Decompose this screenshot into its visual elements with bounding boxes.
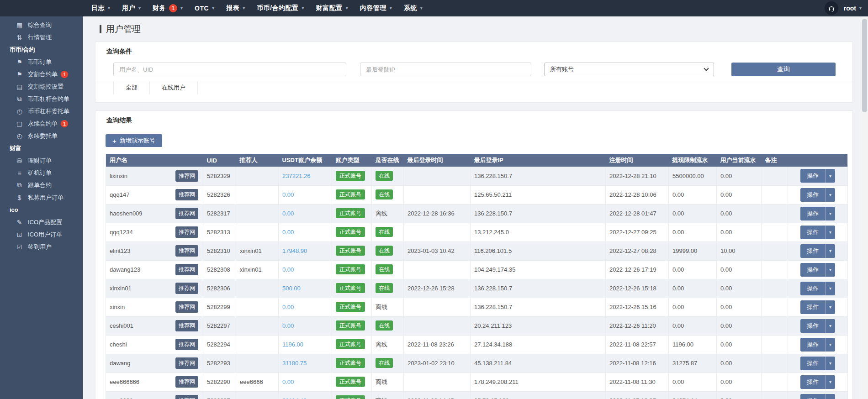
action-split-button[interactable]: 操作▾: [800, 300, 835, 314]
last-login-ip-input[interactable]: [360, 63, 531, 76]
caret-down-icon[interactable]: ▾: [825, 357, 835, 370]
top-menu-item-OTC[interactable]: OTC▾: [189, 0, 220, 16]
balance-link[interactable]: 17948.90: [282, 247, 307, 254]
sidebar-item-综合查询[interactable]: ▦综合查询: [0, 19, 83, 31]
balance-link[interactable]: 0.00: [282, 210, 294, 217]
page-scrollbar[interactable]: [861, 16, 868, 399]
caret-down-icon[interactable]: ▾: [825, 394, 835, 399]
action-button-label[interactable]: 操作: [800, 226, 825, 239]
action-button-label[interactable]: 操作: [800, 207, 825, 220]
sidebar-item-币币订单[interactable]: ⚑币币订单: [0, 56, 83, 68]
action-split-button[interactable]: 操作▾: [800, 207, 835, 220]
sidebar-item-ICO用户订单[interactable]: ⊡ICO用户订单: [0, 228, 83, 241]
caret-down-icon[interactable]: ▾: [825, 375, 835, 389]
username-uid-input[interactable]: [113, 63, 346, 76]
tab-全部[interactable]: 全部: [113, 81, 150, 94]
sidebar-item-跟单合约[interactable]: ⧉跟单合约: [0, 179, 83, 191]
action-button-label[interactable]: 操作: [800, 263, 825, 277]
action-button-label[interactable]: 操作: [800, 282, 825, 295]
sidebar-item-永续委托单[interactable]: ◴永续委托单: [0, 130, 83, 142]
sidebar-item-矿机订单[interactable]: ≡矿机订单: [0, 167, 83, 179]
action-split-button[interactable]: 操作▾: [800, 169, 835, 183]
top-menu-item-用户[interactable]: 用户▾: [116, 0, 147, 16]
add-demo-account-button[interactable]: + 新增演示账号: [106, 134, 162, 147]
referral-network-badge[interactable]: 推荐网: [175, 189, 198, 200]
balance-link[interactable]: 1196.00: [282, 341, 303, 348]
caret-down-icon[interactable]: ▾: [825, 300, 835, 314]
action-split-button[interactable]: 操作▾: [800, 394, 835, 399]
balance-link[interactable]: 0.00: [282, 378, 294, 385]
caret-down-icon[interactable]: ▾: [825, 338, 835, 352]
sidebar-item-ICO产品配置[interactable]: ✎ICO产品配置: [0, 216, 83, 228]
action-button-label[interactable]: 操作: [800, 319, 825, 333]
referral-network-badge[interactable]: 推荐网: [175, 301, 198, 313]
referral-network-badge[interactable]: 推荐网: [175, 320, 198, 331]
action-split-button[interactable]: 操作▾: [800, 319, 835, 333]
action-split-button[interactable]: 操作▾: [800, 188, 835, 202]
action-split-button[interactable]: 操作▾: [800, 338, 835, 352]
caret-down-icon[interactable]: ▾: [825, 319, 835, 333]
caret-down-icon[interactable]: ▾: [825, 263, 835, 277]
action-split-button[interactable]: 操作▾: [800, 226, 835, 239]
action-split-button[interactable]: 操作▾: [800, 244, 835, 258]
top-menu-item-报表[interactable]: 报表▾: [220, 0, 251, 16]
action-button-label[interactable]: 操作: [800, 357, 825, 370]
balance-link[interactable]: 0.00: [282, 266, 294, 273]
action-split-button[interactable]: 操作▾: [800, 263, 835, 277]
sidebar-item-币币杠杆委托单[interactable]: ◴币币杠杆委托单: [0, 105, 83, 117]
action-button-label[interactable]: 操作: [800, 169, 825, 183]
sidebar-item-理财订单[interactable]: ⛁理财订单: [0, 154, 83, 167]
action-button-label[interactable]: 操作: [800, 394, 825, 399]
referral-network-badge[interactable]: 推荐网: [175, 264, 198, 275]
balance-link[interactable]: 90114.48: [282, 397, 307, 399]
referral-network-badge[interactable]: 推荐网: [175, 283, 198, 294]
balance-link[interactable]: 0.00: [282, 229, 294, 236]
referral-network-badge[interactable]: 推荐网: [175, 339, 198, 350]
sidebar-item-签到用户[interactable]: ☑签到用户: [0, 241, 83, 253]
top-menu-item-系统[interactable]: 系统▾: [398, 0, 429, 16]
action-split-button[interactable]: 操作▾: [800, 357, 835, 370]
caret-down-icon[interactable]: ▾: [825, 282, 835, 295]
action-split-button[interactable]: 操作▾: [800, 375, 835, 389]
top-menu-item-财务[interactable]: 财务1▾: [147, 0, 189, 16]
referral-network-badge[interactable]: 推荐网: [175, 170, 198, 182]
referral-network-badge[interactable]: 推荐网: [175, 208, 198, 219]
top-menu-item-财富配置[interactable]: 财富配置▾: [310, 0, 354, 16]
caret-down-icon[interactable]: ▾: [825, 207, 835, 220]
search-button[interactable]: 查询: [731, 63, 836, 76]
caret-down-icon[interactable]: ▾: [825, 188, 835, 202]
sidebar-item-私募用户订单[interactable]: $私募用户订单: [0, 191, 83, 204]
top-menu-item-内容管理[interactable]: 内容管理▾: [354, 0, 398, 16]
action-split-button[interactable]: 操作▾: [800, 282, 835, 295]
top-menu-item-日志[interactable]: 日志▾: [85, 0, 116, 16]
balance-link[interactable]: 0.00: [282, 191, 294, 198]
caret-down-icon[interactable]: ▾: [825, 226, 835, 239]
referral-network-badge[interactable]: 推荐网: [175, 245, 198, 257]
tab-在线用户[interactable]: 在线用户: [150, 81, 198, 94]
caret-down-icon[interactable]: ▾: [825, 169, 835, 183]
balance-link[interactable]: 237221.26: [282, 173, 310, 179]
sidebar-item-交割合约单[interactable]: ⚑交割合约单1: [0, 68, 83, 80]
top-menu-item-币币/合约配置[interactable]: 币币/合约配置▾: [251, 0, 310, 16]
balance-link[interactable]: 31180.75: [282, 360, 307, 367]
sidebar-item-行情管理[interactable]: ⇅行情管理: [0, 31, 83, 43]
balance-link[interactable]: 500.00: [282, 285, 301, 292]
action-button-label[interactable]: 操作: [800, 300, 825, 314]
caret-down-icon[interactable]: ▾: [825, 244, 835, 258]
account-type-select[interactable]: 所有账号: [544, 63, 714, 76]
action-button-label[interactable]: 操作: [800, 244, 825, 258]
user-menu[interactable]: root ▾: [844, 5, 862, 12]
sidebar-item-永续合约单[interactable]: ▢永续合约单1: [0, 117, 83, 130]
action-button-label[interactable]: 操作: [800, 375, 825, 389]
balance-link[interactable]: 0.00: [282, 322, 294, 329]
action-button-label[interactable]: 操作: [800, 338, 825, 352]
scrollbar-thumb[interactable]: [862, 19, 867, 112]
avatar[interactable]: [825, 1, 838, 15]
action-button-label[interactable]: 操作: [800, 188, 825, 202]
referral-network-badge[interactable]: 推荐网: [175, 395, 198, 399]
sidebar-item-交割场控设置[interactable]: ▤交割场控设置: [0, 80, 83, 93]
sidebar-item-币币杠杆合约单[interactable]: ⧉币币杠杆合约单: [0, 93, 83, 105]
referral-network-badge[interactable]: 推荐网: [175, 357, 198, 369]
referral-network-badge[interactable]: 推荐网: [175, 376, 198, 388]
balance-link[interactable]: 0.00: [282, 304, 294, 310]
